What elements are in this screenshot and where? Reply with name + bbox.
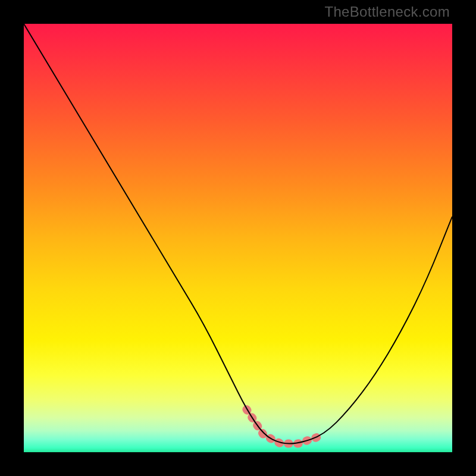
chart-svg (24, 24, 452, 452)
plot-area (24, 24, 452, 452)
watermark-text: TheBottleneck.com (324, 4, 450, 20)
bottleneck-curve (24, 24, 452, 444)
chart-frame: TheBottleneck.com (0, 0, 476, 476)
